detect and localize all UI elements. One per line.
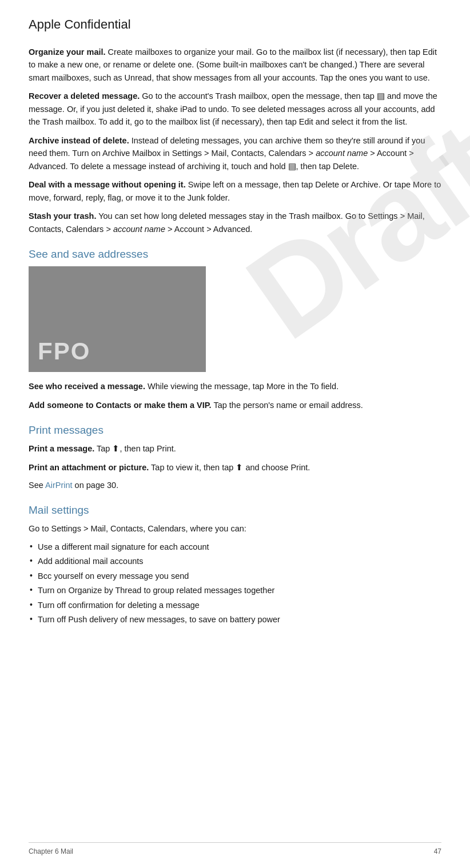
organize-mail-heading: Organize your mail. xyxy=(29,47,106,57)
see-who-heading: See who received a message. xyxy=(29,382,145,391)
see-airprint-suffix: on page 30. xyxy=(73,481,119,490)
list-item: Turn off confirmation for deleting a mes… xyxy=(29,599,441,611)
see-airprint-prefix: See xyxy=(29,481,45,490)
list-item: Add additional mail accounts xyxy=(29,555,441,567)
list-item: Use a different mail signature for each … xyxy=(29,541,441,553)
archive-heading: Archive instead of delete. xyxy=(29,136,129,145)
fpo-label: FPO xyxy=(38,338,90,365)
section-see-who: See who received a message. While viewin… xyxy=(29,380,441,393)
mail-settings-list: Use a different mail signature for each … xyxy=(29,541,441,626)
airprint-link[interactable]: AirPrint xyxy=(45,481,73,490)
archive-body-post: , then tap Delete. xyxy=(296,162,359,171)
footer-page-number: 47 xyxy=(434,847,441,855)
list-item: Turn off Push delivery of new messages, … xyxy=(29,613,441,626)
page-title: Apple Confidential xyxy=(29,17,441,32)
print-attachment-para: Print an attachment or picture. Tap to v… xyxy=(29,461,441,474)
see-who-para: See who received a message. While viewin… xyxy=(29,380,441,393)
deal-message-para: Deal with a message without opening it. … xyxy=(29,178,441,204)
section-stash-trash: Stash your trash. You can set how long d… xyxy=(29,210,441,235)
envelope-icon: ▤ xyxy=(377,91,385,101)
section-print-attachment: Print an attachment or picture. Tap to v… xyxy=(29,461,441,492)
fpo-placeholder: FPO xyxy=(29,266,206,372)
see-save-addresses-heading: See and save addresses xyxy=(29,248,441,261)
archive-para: Archive instead of delete. Instead of de… xyxy=(29,134,441,173)
add-someone-para: Add someone to Contacts or make them a V… xyxy=(29,399,441,411)
recover-message-heading: Recover a deleted message. xyxy=(29,91,140,101)
archive-icon: ▤ xyxy=(288,162,296,171)
section-organize-mail: Organize your mail. Create mailboxes to … xyxy=(29,46,441,84)
print-attachment-body-post: and choose Print. xyxy=(243,463,310,472)
list-item: Bcc yourself on every message you send xyxy=(29,570,441,582)
mail-settings-heading: Mail settings xyxy=(29,504,441,517)
stash-trash-para: Stash your trash. You can set how long d… xyxy=(29,210,441,235)
share-icon-1: ⬆ xyxy=(112,444,120,453)
stash-trash-italic: account name xyxy=(113,225,165,234)
print-messages-heading: Print messages xyxy=(29,424,441,437)
print-message-heading: Print a message. xyxy=(29,444,94,453)
see-airprint-para: See AirPrint on page 30. xyxy=(29,479,441,491)
share-icon-2: ⬆ xyxy=(236,463,243,472)
add-someone-heading: Add someone to Contacts or make them a V… xyxy=(29,401,212,410)
section-print-message: Print a message. Tap ⬆, then tap Print. xyxy=(29,442,441,455)
recover-message-body-pre: Go to the account's Trash mailbox, open … xyxy=(140,91,377,101)
section-add-someone: Add someone to Contacts or make them a V… xyxy=(29,399,441,411)
deal-message-heading: Deal with a message without opening it. xyxy=(29,180,186,189)
section-recover-message: Recover a deleted message. Go to the acc… xyxy=(29,90,441,128)
section-archive: Archive instead of delete. Instead of de… xyxy=(29,134,441,173)
add-someone-body: Tap the person's name or email address. xyxy=(212,401,363,410)
print-message-body-pre: Tap xyxy=(94,444,112,453)
print-attachment-heading: Print an attachment or picture. xyxy=(29,463,149,472)
print-message-body-post: , then tap Print. xyxy=(120,444,176,453)
archive-italic: account name xyxy=(316,149,368,158)
section-mail-settings: Go to Settings > Mail, Contacts, Calenda… xyxy=(29,522,441,626)
see-who-body: While viewing the message, tap More in t… xyxy=(145,382,338,391)
section-deal-message: Deal with a message without opening it. … xyxy=(29,178,441,204)
print-attachment-body-pre: Tap to view it, then tap xyxy=(149,463,236,472)
list-item: Turn on Organize by Thread to group rela… xyxy=(29,584,441,597)
page-container: Draft Apple Confidential Organize your m… xyxy=(0,0,470,868)
footer-chapter: Chapter 6 Mail xyxy=(29,847,73,855)
stash-trash-body-post: > Account > Advanced. xyxy=(165,225,252,234)
recover-message-para: Recover a deleted message. Go to the acc… xyxy=(29,90,441,128)
print-message-para: Print a message. Tap ⬆, then tap Print. xyxy=(29,442,441,455)
mail-settings-intro: Go to Settings > Mail, Contacts, Calenda… xyxy=(29,522,441,535)
organize-mail-para: Organize your mail. Create mailboxes to … xyxy=(29,46,441,84)
footer: Chapter 6 Mail 47 xyxy=(29,842,441,855)
stash-trash-heading: Stash your trash. xyxy=(29,211,96,221)
